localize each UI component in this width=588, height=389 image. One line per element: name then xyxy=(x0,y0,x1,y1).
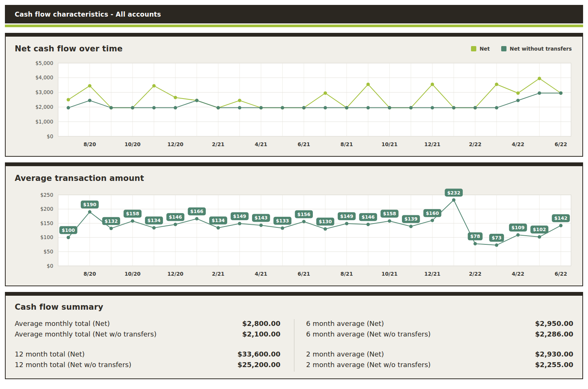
svg-text:2/21: 2/21 xyxy=(212,271,225,277)
summary-row-left-1: Average monthly total (Net w/o transfers… xyxy=(15,329,280,340)
svg-text:$158: $158 xyxy=(126,211,139,216)
svg-text:$139: $139 xyxy=(404,216,417,222)
svg-text:$146: $146 xyxy=(169,214,182,220)
summary-label: 12 month total (Net) xyxy=(15,349,85,360)
xtick-labels: 8/2010/2012/202/214/216/218/2110/2112/21… xyxy=(83,141,567,147)
summary-right-column: 6 month average (Net)$2,950.006 month av… xyxy=(294,318,573,370)
cash-flow-summary-title: Cash flow summary xyxy=(15,303,573,312)
svg-text:$158: $158 xyxy=(383,211,396,216)
svg-text:$160: $160 xyxy=(426,210,439,216)
svg-text:12/21: 12/21 xyxy=(424,271,440,277)
summary-row-right-1: 6 month average (Net w/o transfers)$2,28… xyxy=(306,329,573,340)
summary-value: $2,950.00 xyxy=(535,318,573,329)
net-without-transfers-legend-label: Net without transfers xyxy=(510,46,572,52)
svg-text:$5,000: $5,000 xyxy=(35,60,53,66)
summary-value: $2,100.00 xyxy=(242,329,280,340)
svg-text:$166: $166 xyxy=(190,208,203,214)
plot-area xyxy=(58,195,571,266)
summary-row-right-0: 6 month average (Net)$2,950.00 xyxy=(306,318,573,329)
svg-text:6/22: 6/22 xyxy=(554,141,567,147)
svg-text:$149: $149 xyxy=(233,213,246,219)
summary-label: 12 month total (Net w/o transfers) xyxy=(15,360,131,370)
summary-value: $2,930.00 xyxy=(535,349,573,360)
svg-text:$0: $0 xyxy=(47,133,53,139)
svg-text:$133: $133 xyxy=(276,218,289,224)
avg-transaction-header: Average transaction amount xyxy=(15,173,573,184)
svg-text:$142: $142 xyxy=(554,215,568,221)
svg-text:$3,000: $3,000 xyxy=(35,89,53,95)
svg-text:10/21: 10/21 xyxy=(382,271,398,277)
svg-text:$134: $134 xyxy=(212,218,225,223)
svg-text:2/22: 2/22 xyxy=(469,271,481,277)
net-cash-flow-panel: Net cash flow over time Net Net without … xyxy=(5,33,583,157)
svg-text:$250: $250 xyxy=(40,192,53,198)
report-header: Cash flow characteristics - All accounts xyxy=(5,5,583,23)
svg-text:4/22: 4/22 xyxy=(512,271,524,277)
xtick-labels: 8/2010/2012/202/214/216/218/2110/2112/21… xyxy=(83,271,567,277)
net-cash-flow-chart: $0$1,000$2,000$3,000$4,000$5,0008/2010/2… xyxy=(15,59,574,151)
svg-text:$200: $200 xyxy=(40,206,53,212)
svg-text:10/20: 10/20 xyxy=(125,141,141,147)
svg-text:4/21: 4/21 xyxy=(255,141,267,147)
summary-label: 2 month average (Net) xyxy=(306,349,384,360)
svg-text:10/20: 10/20 xyxy=(125,271,141,277)
svg-text:$50: $50 xyxy=(43,249,53,255)
svg-text:$150: $150 xyxy=(40,220,53,226)
summary-label: 6 month average (Net) xyxy=(306,318,384,329)
svg-text:12/20: 12/20 xyxy=(167,271,183,277)
summary-row-right-3: 2 month average (Net w/o transfers)$2,25… xyxy=(306,360,573,370)
legend-item-net: Net xyxy=(471,46,490,52)
summary-value: $33,600.00 xyxy=(237,349,280,360)
summary-row-left-0: Average monthly total (Net)$2,800.00 xyxy=(15,318,280,329)
svg-text:$102: $102 xyxy=(533,227,546,232)
net-legend-swatch xyxy=(471,46,476,51)
summary-label: Average monthly total (Net) xyxy=(15,318,110,329)
svg-text:$100: $100 xyxy=(62,227,75,233)
svg-text:$2,000: $2,000 xyxy=(35,104,53,110)
svg-text:$100: $100 xyxy=(40,234,53,240)
svg-text:6/22: 6/22 xyxy=(554,271,567,277)
svg-text:8/20: 8/20 xyxy=(83,141,96,147)
summary-row-right-2: 2 month average (Net)$2,930.00 xyxy=(306,349,573,360)
svg-text:2/21: 2/21 xyxy=(212,141,225,147)
svg-text:$134: $134 xyxy=(148,218,161,223)
svg-text:$190: $190 xyxy=(83,202,96,207)
avg-transaction-panel: Average transaction amount $0$50$100$150… xyxy=(5,162,583,286)
svg-text:$156: $156 xyxy=(297,211,311,217)
summary-row-left-3: 12 month total (Net w/o transfers)$25,20… xyxy=(15,360,280,370)
svg-text:8/20: 8/20 xyxy=(83,271,96,277)
svg-text:$143: $143 xyxy=(254,215,268,221)
summary-label: 6 month average (Net w/o transfers) xyxy=(306,329,431,340)
svg-text:$4,000: $4,000 xyxy=(35,74,53,80)
svg-text:12/21: 12/21 xyxy=(424,141,440,147)
svg-text:8/21: 8/21 xyxy=(340,271,353,277)
summary-value: $2,800.00 xyxy=(242,318,280,329)
avg-transaction-chart: $0$50$100$150$200$2508/2010/2012/202/214… xyxy=(15,188,574,281)
summary-left-column: Average monthly total (Net)$2,800.00Aver… xyxy=(15,318,294,370)
svg-text:$0: $0 xyxy=(47,263,53,269)
net-without-transfers-legend-swatch xyxy=(501,46,506,51)
svg-text:2/22: 2/22 xyxy=(469,141,481,147)
summary-label: Average monthly total (Net w/o transfers… xyxy=(15,329,157,340)
report-title: Cash flow characteristics - All accounts xyxy=(15,11,161,18)
accent-bar xyxy=(5,25,583,27)
svg-text:$132: $132 xyxy=(105,218,118,224)
svg-text:10/21: 10/21 xyxy=(382,141,398,147)
svg-text:8/21: 8/21 xyxy=(340,141,353,147)
svg-text:$109: $109 xyxy=(511,225,525,230)
plot-area xyxy=(58,63,571,136)
svg-text:4/22: 4/22 xyxy=(512,141,524,147)
svg-text:6/21: 6/21 xyxy=(298,271,310,277)
svg-text:$146: $146 xyxy=(362,214,375,220)
net-cash-flow-header: Net cash flow over time Net Net without … xyxy=(15,43,573,54)
svg-text:4/21: 4/21 xyxy=(255,271,267,277)
summary-grid: Average monthly total (Net)$2,800.00Aver… xyxy=(15,318,573,374)
svg-text:$130: $130 xyxy=(319,219,332,224)
svg-text:$1,000: $1,000 xyxy=(35,119,53,125)
summary-row-left-2: 12 month total (Net)$33,600.00 xyxy=(15,349,280,360)
svg-text:12/20: 12/20 xyxy=(167,141,183,147)
summary-value: $2,286.00 xyxy=(535,329,573,340)
svg-text:$149: $149 xyxy=(340,213,353,219)
summary-value: $25,200.00 xyxy=(237,360,280,370)
svg-text:$232: $232 xyxy=(447,190,460,196)
